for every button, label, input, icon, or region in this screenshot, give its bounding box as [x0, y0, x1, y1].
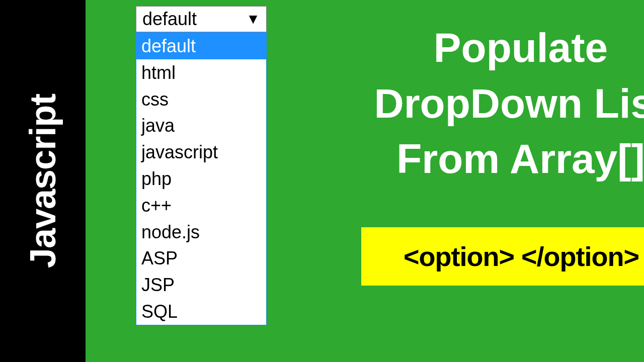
select-value: default [142, 9, 197, 30]
title-line-3: From Array[] [352, 131, 644, 187]
option-item[interactable]: html [136, 59, 266, 86]
title-line-1: Populate [352, 20, 644, 76]
main-area: default ▼ defaulthtmlcssjavajavascriptph… [86, 0, 644, 362]
code-hint-text: <option> </option> [404, 241, 639, 272]
option-item[interactable]: javascript [136, 139, 266, 165]
option-item[interactable]: default [136, 33, 266, 59]
option-item[interactable]: c++ [136, 192, 266, 219]
option-item[interactable]: css [136, 86, 266, 113]
code-hint: <option> </option> [361, 227, 644, 286]
option-item[interactable]: ASP [136, 245, 266, 272]
option-item[interactable]: SQL [136, 298, 266, 325]
title-block: Populate DropDown List From Array[] [352, 20, 644, 187]
dropdown: default ▼ defaulthtmlcssjavajavascriptph… [136, 6, 267, 325]
select-box[interactable]: default ▼ [136, 6, 267, 32]
title-line-2: DropDown List [352, 76, 644, 132]
sidebar: Javascript [0, 0, 86, 362]
sidebar-title: Javascript [22, 94, 63, 268]
option-item[interactable]: node.js [136, 219, 266, 245]
chevron-down-icon: ▼ [246, 11, 260, 27]
options-panel: defaulthtmlcssjavajavascriptphpc++node.j… [136, 32, 267, 325]
option-item[interactable]: JSP [136, 272, 266, 298]
option-item[interactable]: php [136, 165, 266, 192]
option-item[interactable]: java [136, 112, 266, 139]
